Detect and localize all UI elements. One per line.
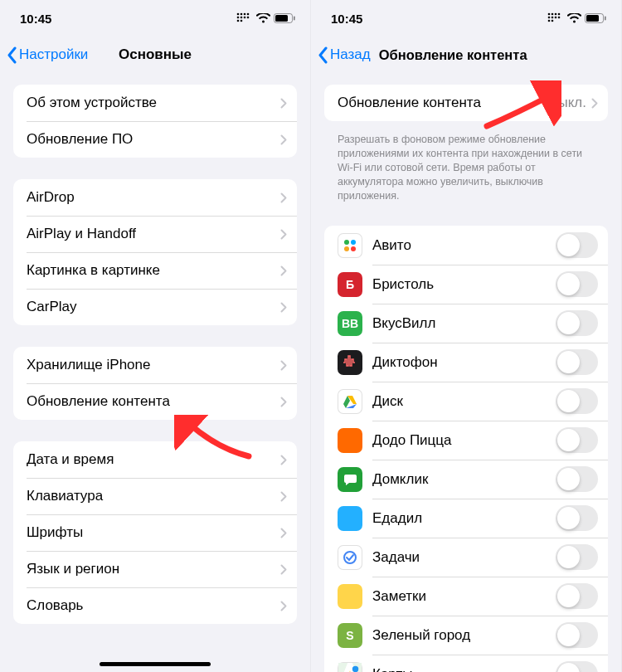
settings-row[interactable]: Хранилище iPhone <box>13 347 297 383</box>
settings-list: Обновление контента Выкл. Разрешать в фо… <box>311 85 621 672</box>
chevron-right-icon <box>280 134 287 145</box>
row-background-refresh-master[interactable]: Обновление контента Выкл. <box>324 85 608 121</box>
svg-point-19 <box>555 17 557 19</box>
row-label: AirPlay и Handoff <box>27 226 280 242</box>
settings-row[interactable]: Язык и регион <box>13 551 297 587</box>
chevron-right-icon <box>591 98 598 109</box>
settings-row[interactable]: AirDrop <box>13 179 297 216</box>
dual-sim-icon <box>236 12 253 24</box>
svg-point-14 <box>552 13 554 16</box>
settings-row[interactable]: Обновление контента <box>13 383 297 420</box>
settings-row[interactable]: Обновление ПО <box>13 121 297 158</box>
app-toggle[interactable] <box>556 232 598 258</box>
app-icon <box>338 350 362 375</box>
app-row[interactable]: Едадил <box>324 499 608 538</box>
app-name: Задачи <box>372 549 556 566</box>
app-icon <box>338 389 362 414</box>
chevron-left-icon <box>318 46 328 64</box>
app-toggle[interactable] <box>556 505 598 531</box>
settings-row[interactable]: Картинка в картинке <box>13 252 297 289</box>
row-label: Обновление ПО <box>27 131 280 148</box>
row-label: Обновление контента <box>338 95 548 111</box>
app-toggle[interactable] <box>556 466 598 492</box>
status-time: 10:45 <box>20 12 51 26</box>
chevron-right-icon <box>280 265 287 276</box>
back-button[interactable]: Настройки <box>7 46 88 64</box>
status-bar: 10:45 <box>0 0 310 37</box>
svg-point-27 <box>351 240 356 245</box>
svg-point-18 <box>552 17 554 19</box>
row-label: Клавиатура <box>27 488 280 504</box>
settings-group: Хранилище iPhoneОбновление контента <box>13 347 297 420</box>
chevron-right-icon <box>280 601 287 611</box>
app-icon: Б <box>338 272 362 297</box>
app-icon: S <box>338 623 362 648</box>
svg-point-6 <box>244 17 246 19</box>
svg-point-20 <box>558 17 561 19</box>
app-toggle[interactable] <box>556 661 598 672</box>
settings-row[interactable]: CarPlay <box>13 289 297 325</box>
screen-general: 10:45 Настройки Основные Об этом устройс… <box>0 0 311 672</box>
row-value: Выкл. <box>548 95 586 111</box>
battery-icon <box>585 13 606 23</box>
svg-point-3 <box>247 13 250 16</box>
svg-point-29 <box>351 246 356 251</box>
app-row[interactable]: Заметки <box>324 577 608 616</box>
app-toggle[interactable] <box>556 271 598 297</box>
app-row[interactable]: Карты <box>324 655 608 672</box>
svg-point-8 <box>237 20 240 22</box>
settings-group: Дата и времяКлавиатураШрифтыЯзык и регио… <box>13 441 297 624</box>
app-row[interactable]: Авито <box>324 226 608 265</box>
app-icon <box>338 662 362 672</box>
app-row[interactable]: Домклик <box>324 460 608 499</box>
app-row[interactable]: Диктофон <box>324 343 608 382</box>
app-toggle[interactable] <box>556 544 598 570</box>
svg-point-16 <box>558 13 561 16</box>
app-toggle[interactable] <box>556 349 598 375</box>
chevron-right-icon <box>280 455 287 465</box>
row-label: Шрифты <box>27 524 280 541</box>
svg-rect-24 <box>586 15 599 22</box>
svg-rect-12 <box>294 17 295 21</box>
settings-row[interactable]: Шрифты <box>13 514 297 551</box>
svg-point-17 <box>548 17 551 19</box>
app-icon <box>338 428 362 453</box>
app-name: Едадил <box>372 510 556 527</box>
app-row[interactable]: ББристоль <box>324 265 608 304</box>
settings-row[interactable]: Дата и время <box>13 441 297 478</box>
app-row[interactable]: SЗеленый город <box>324 616 608 655</box>
app-toggle[interactable] <box>556 388 598 414</box>
row-label: Картинка в картинке <box>27 262 280 279</box>
home-indicator[interactable] <box>100 662 211 666</box>
settings-row[interactable]: Об этом устройстве <box>13 85 297 121</box>
app-row[interactable]: Додо Пицца <box>324 421 608 460</box>
group-footer: Разрешать в фоновом режиме обновление пр… <box>324 128 608 202</box>
battery-icon <box>274 13 295 23</box>
svg-point-0 <box>237 13 240 16</box>
app-toggle[interactable] <box>556 310 598 336</box>
settings-group: Об этом устройствеОбновление ПО <box>13 85 297 158</box>
settings-row[interactable]: Клавиатура <box>13 478 297 514</box>
app-name: Додо Пицца <box>372 432 556 449</box>
wifi-icon <box>567 13 581 23</box>
row-label: Язык и регион <box>27 561 280 577</box>
app-icon <box>338 584 362 609</box>
app-toggle[interactable] <box>556 622 598 648</box>
app-toggle[interactable] <box>556 427 598 453</box>
svg-rect-11 <box>275 15 288 22</box>
svg-point-28 <box>344 246 349 251</box>
chevron-right-icon <box>280 491 287 502</box>
svg-point-15 <box>555 13 557 16</box>
app-row[interactable]: Задачи <box>324 538 608 577</box>
back-button[interactable]: Назад <box>318 46 371 64</box>
settings-row[interactable]: AirPlay и Handoff <box>13 216 297 252</box>
app-row[interactable]: ВВВкусВилл <box>324 304 608 343</box>
app-row[interactable]: Диск <box>324 382 608 421</box>
back-label: Настройки <box>19 46 88 63</box>
status-indicators <box>547 12 606 24</box>
app-toggle[interactable] <box>556 583 598 609</box>
chevron-left-icon <box>7 46 17 64</box>
settings-row[interactable]: Словарь <box>13 587 297 624</box>
svg-point-22 <box>552 20 554 22</box>
svg-point-13 <box>548 13 551 16</box>
